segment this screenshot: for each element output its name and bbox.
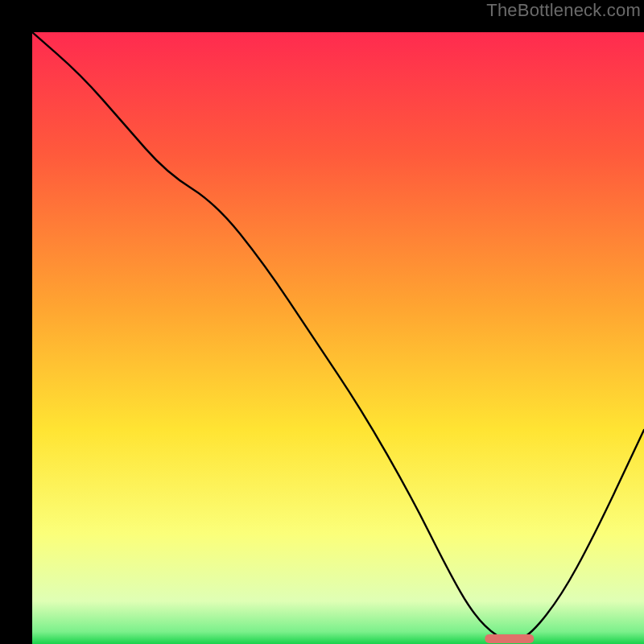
chart-plot — [32, 32, 644, 644]
chart-frame — [16, 16, 628, 628]
watermark-text: TheBottleneck.com — [486, 0, 641, 21]
optimum-marker — [485, 634, 534, 643]
